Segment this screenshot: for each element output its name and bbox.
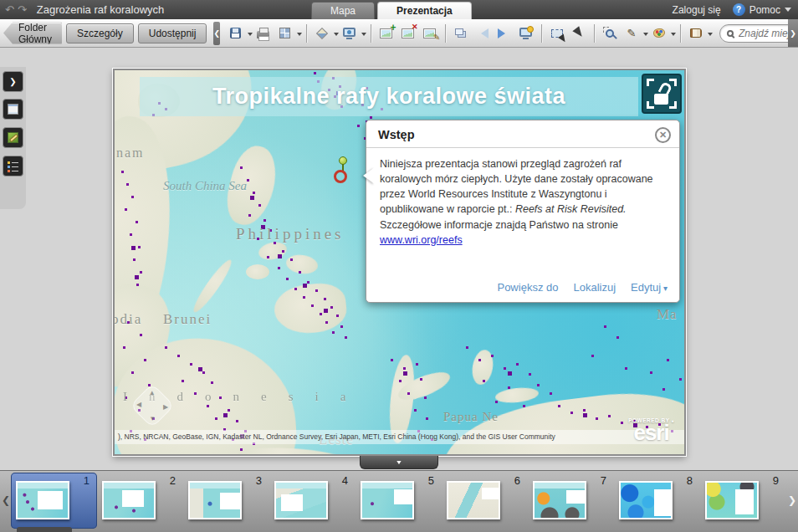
pointer-icon: [572, 26, 585, 39]
unlock-fullscreen-button[interactable]: [642, 74, 682, 114]
wri-link[interactable]: www.wri.org/reefs: [380, 234, 463, 246]
sidebar-expand-button[interactable]: [3, 71, 23, 92]
pan-left-icon[interactable]: ◀: [136, 401, 141, 408]
corner-bracket-icon: [669, 101, 677, 109]
filmstrip-prev-icon[interactable]: [2, 494, 10, 506]
slide-thumbnail-9[interactable]: [705, 481, 759, 519]
land-island: [246, 264, 269, 279]
map-label-philippines: Philippines: [236, 225, 345, 243]
tab-presentation[interactable]: Prezentacja: [377, 2, 472, 19]
pan-up-icon[interactable]: ▲: [149, 389, 156, 396]
slide-thumbnail-2[interactable]: [102, 481, 156, 519]
edit-slide-button[interactable]: [420, 23, 440, 44]
slide-properties-button[interactable]: [516, 23, 536, 44]
open-lock-body: [654, 94, 668, 105]
pointer-select-button[interactable]: [569, 23, 589, 44]
redo-icon[interactable]: ↷: [18, 4, 27, 15]
toolbar-separator: [680, 24, 681, 43]
popup-title: Wstęp: [366, 120, 679, 148]
undo-icon[interactable]: ↶: [5, 4, 14, 15]
share-button[interactable]: Udostępnij: [138, 23, 207, 43]
delete-slide-button[interactable]: [398, 23, 418, 44]
print-button[interactable]: [253, 23, 274, 44]
slide-thumbnail-1[interactable]: [16, 481, 69, 519]
select-rectangle-icon: [551, 29, 563, 38]
home-folder-button[interactable]: Folder Główny: [3, 23, 62, 44]
filmstrip-next-icon[interactable]: [788, 494, 796, 506]
add-slide-button[interactable]: [376, 23, 396, 44]
draw-menu-caret[interactable]: [643, 33, 648, 38]
slide-thumbnail-5[interactable]: [361, 481, 414, 519]
slide-number-8: 8: [687, 474, 693, 487]
zoom-to-link[interactable]: Powiększ do: [497, 281, 558, 294]
sidebar-details-button[interactable]: [3, 99, 23, 120]
land-seram: [494, 386, 539, 404]
pan-down-icon[interactable]: ▼: [149, 415, 156, 422]
toolbar-expand-button[interactable]: [788, 19, 798, 47]
slide-number-9: 9: [773, 474, 779, 487]
locate-link[interactable]: Lokalizuj: [573, 281, 616, 294]
save-button[interactable]: [226, 23, 246, 44]
search-box: [719, 24, 798, 43]
layout-grid-icon: [279, 28, 290, 38]
layout-button[interactable]: [275, 23, 295, 44]
corner-bracket-icon: [647, 79, 654, 86]
slide-thumbnail-7[interactable]: [533, 481, 586, 519]
legend-icon: [8, 161, 18, 171]
details-button[interactable]: Szczegóły: [66, 23, 134, 43]
filmstrip-collapse-handle[interactable]: [360, 456, 438, 469]
map-canvas[interactable]: nam South China Sea odia Philippines Bru…: [115, 70, 684, 454]
slide-thumbnail-3[interactable]: [188, 481, 242, 519]
select-rectangle-button[interactable]: [547, 23, 567, 44]
basemap-button[interactable]: [312, 23, 332, 44]
style-menu-caret[interactable]: [671, 33, 676, 38]
slide-item-9: 9: [700, 473, 786, 529]
esri-logo: POWERED BY esri: [628, 417, 674, 442]
play-menu-caret[interactable]: [361, 33, 366, 38]
sidebar-legend-button[interactable]: [3, 156, 23, 176]
details-panel-icon: [8, 104, 18, 115]
bookmarks-button[interactable]: [686, 23, 706, 44]
land-palawan: [189, 257, 235, 315]
toolbar-collapse-button[interactable]: [213, 22, 220, 45]
chevron-down-icon: [785, 8, 791, 15]
close-icon[interactable]: [655, 127, 671, 143]
arrow-left-icon: [476, 28, 489, 38]
zoom-selection-button[interactable]: [600, 23, 620, 44]
popup-actions: Powiększ do Lokalizuj Edytuj: [497, 281, 668, 294]
zoom-selection-icon: [606, 29, 614, 38]
play-presentation-button[interactable]: [340, 23, 360, 44]
toolbar-separator: [541, 24, 542, 43]
play-presentation-icon: [343, 28, 356, 37]
filmstrip-scrollbar[interactable]: [17, 527, 72, 532]
slide-properties-icon: [519, 28, 532, 37]
previous-slide-button[interactable]: [473, 23, 493, 44]
basemap-menu-caret[interactable]: [334, 33, 339, 38]
next-slide-button[interactable]: [494, 23, 514, 44]
slide-thumbnail-4[interactable]: [274, 481, 328, 519]
slide-thumbnail-8[interactable]: [619, 481, 673, 519]
edit-map-icon: [8, 132, 18, 143]
tab-map[interactable]: Mapa: [311, 2, 375, 19]
coral-reef-clusters: [115, 70, 119, 74]
slide-thumbnail-6[interactable]: [447, 481, 500, 519]
draw-button[interactable]: [622, 23, 642, 44]
pan-right-icon[interactable]: ▶: [163, 403, 168, 411]
sidebar-edit-button[interactable]: [3, 127, 23, 148]
sign-in-link[interactable]: Zaloguj się: [673, 4, 721, 16]
save-menu-caret[interactable]: [248, 33, 253, 38]
print-icon: [257, 31, 269, 38]
help-menu[interactable]: Pomoc: [733, 3, 791, 16]
edit-link[interactable]: Edytuj: [631, 281, 668, 294]
style-button[interactable]: [649, 23, 669, 44]
slide-item-5: 5: [356, 473, 442, 529]
layout-menu-caret[interactable]: [297, 33, 302, 38]
bookmarks-menu-caret[interactable]: [708, 33, 713, 38]
document-title: Zagrożenia raf koralowych: [37, 3, 164, 16]
search-icon: [727, 30, 734, 37]
slide-number-6: 6: [514, 474, 520, 487]
chevron-right-icon: [9, 77, 16, 86]
duplicate-slide-button[interactable]: [451, 23, 471, 44]
side-panel-strip: [0, 67, 26, 209]
map-attribution: ), NRS, NRCAN, GeoBase, IGN, Kadaster NL…: [115, 430, 684, 444]
